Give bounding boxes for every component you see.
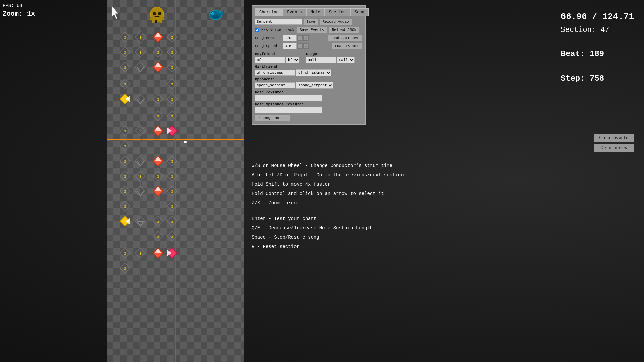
note-texture-input[interactable] (255, 95, 322, 101)
tab-bar[interactable]: Charting Events Note Section Song (255, 8, 362, 16)
girlfriend-label: Girlfriend: (255, 65, 362, 69)
shortcut-ad: A or Left/D or Right - Go to the previou… (252, 170, 404, 180)
tab-song[interactable]: Song (350, 8, 369, 16)
fps-display: FPS: 64 Zoom: 1x (3, 3, 35, 19)
opponent-input[interactable] (255, 82, 295, 88)
svg-text:3: 3 (171, 98, 173, 102)
svg-text:3: 3 (124, 252, 126, 256)
svg-text:3: 3 (139, 36, 142, 40)
shortcut-enter: Enter - Test your chart (252, 214, 404, 223)
svg-text:3: 3 (139, 252, 142, 256)
tab-note[interactable]: Note (306, 8, 325, 16)
notes-layer[interactable]: 3 3 3 3 3 3 3 3 3 3 3 (107, 0, 244, 362)
stage-input[interactable] (306, 57, 336, 63)
svg-text:3: 3 (171, 36, 173, 40)
tab-charting[interactable]: Charting (255, 8, 283, 16)
tab-events[interactable]: Events (283, 8, 306, 16)
speed-decrement[interactable]: - (303, 43, 309, 49)
bpm-label: Song BPM: (255, 36, 282, 40)
girlfriend-select[interactable]: gf-christmas (296, 69, 331, 76)
speed-input[interactable] (283, 43, 297, 49)
shortcut-qe: Q/E - Decrease/Increase Note Sustain Len… (252, 223, 404, 233)
svg-point-110 (158, 12, 161, 15)
shortcut-ctrl: Hold Control and click on an arrow to se… (252, 189, 404, 198)
clear-events-button[interactable]: Clear events (594, 134, 634, 142)
svg-text:3: 3 (157, 114, 159, 118)
svg-text:3: 3 (157, 175, 159, 179)
fps-counter: FPS: 64 (3, 3, 35, 9)
reload-audio-button[interactable]: Reload Audio (319, 18, 352, 25)
note-splashes-label: Note Splashes Texture: (255, 102, 362, 106)
cursor-icon (110, 5, 120, 22)
shortcut-zx: Z/X - Zoom in/out (252, 198, 404, 208)
section-display: Section: 47 (561, 24, 634, 36)
speed-increment[interactable]: + (297, 43, 303, 49)
note-texture-label: Note Texture: (255, 90, 362, 94)
boyfriend-select[interactable]: bf (286, 57, 299, 63)
bpm-input[interactable] (283, 35, 297, 41)
svg-text:3: 3 (171, 220, 173, 224)
chart-area[interactable]: 3 3 3 3 3 3 3 3 3 3 3 (107, 0, 244, 362)
svg-text:3: 3 (124, 205, 126, 209)
svg-text:3: 3 (124, 36, 126, 40)
svg-text:3: 3 (124, 51, 126, 55)
tab-section[interactable]: Section (325, 8, 350, 16)
svg-text:3: 3 (171, 66, 173, 70)
step-display: Step: 758 (561, 72, 634, 85)
svg-rect-111 (150, 18, 164, 20)
svg-marker-103 (112, 6, 118, 19)
speed-label: Song Speed: (255, 44, 282, 48)
svg-text:3: 3 (171, 190, 173, 194)
stage-label: Stage: (306, 52, 355, 56)
svg-text:3: 3 (171, 160, 173, 164)
svg-point-116 (212, 15, 219, 19)
svg-text:3: 3 (171, 235, 173, 239)
svg-text:3: 3 (139, 129, 142, 133)
svg-text:3: 3 (171, 175, 173, 179)
girlfriend-input[interactable] (255, 70, 295, 76)
beat-display: Beat: 189 (561, 48, 634, 60)
shortcut-r: R - Reset section (252, 242, 404, 251)
svg-text:3: 3 (171, 205, 173, 209)
svg-text:3: 3 (124, 66, 126, 70)
svg-point-109 (153, 12, 156, 15)
svg-text:3: 3 (171, 51, 173, 55)
speed-row: Song Speed: + - Load Events (255, 43, 362, 49)
svg-text:3: 3 (171, 114, 173, 118)
song-name-input[interactable] (255, 19, 302, 25)
shortcuts-panel: W/S or Mouse Wheel - Change Conductor's … (252, 161, 404, 251)
svg-text:3: 3 (124, 160, 126, 164)
shortcut-shift: Hold Shift to move 4x faster (252, 180, 404, 189)
clear-notes-button[interactable]: Clear notes (594, 144, 634, 152)
svg-text:3: 3 (124, 129, 126, 133)
reload-json-button[interactable]: Reload JSON (329, 26, 360, 33)
boyfriend-input[interactable] (255, 57, 285, 63)
bpm-decrement[interactable]: - (303, 35, 309, 41)
voice-track-checkbox[interactable] (255, 28, 259, 32)
svg-text:3: 3 (124, 82, 126, 86)
svg-text:3: 3 (157, 235, 159, 239)
svg-text:3: 3 (139, 51, 142, 55)
svg-text:3: 3 (124, 190, 126, 194)
control-panel: Charting Events Note Section Song Save R… (252, 5, 366, 125)
opponent-label: Opponent: (255, 77, 362, 81)
shortcut-ws: W/S or Mouse Wheel - Change Conductor's … (252, 161, 404, 170)
bpm-increment[interactable]: + (297, 35, 303, 41)
stage-select[interactable]: mall (337, 57, 355, 63)
boyfriend-label: Boyfriend: (255, 52, 299, 56)
save-events-button[interactable]: Save Events (297, 26, 327, 33)
bpm-row: Song BPM: + - Load Autosave (255, 35, 362, 41)
shortcut-space: Space - Stop/Resume song (252, 233, 404, 242)
load-events-button[interactable]: Load Events (332, 43, 362, 49)
note-splashes-input[interactable] (255, 107, 322, 113)
svg-point-115 (211, 12, 212, 13)
save-button[interactable]: Save (303, 18, 318, 25)
voice-track-label: Has voice track (261, 28, 294, 32)
load-autosave-button[interactable]: Load Autosave (327, 35, 362, 41)
svg-text:3: 3 (157, 220, 159, 224)
song-name-row: Save Reload Audio (255, 18, 362, 25)
opponent-select[interactable]: spong_serpent (296, 82, 333, 89)
char1-icon (147, 5, 167, 27)
change-notes-button[interactable]: Change Notes (255, 114, 290, 122)
svg-text:3: 3 (124, 267, 126, 271)
